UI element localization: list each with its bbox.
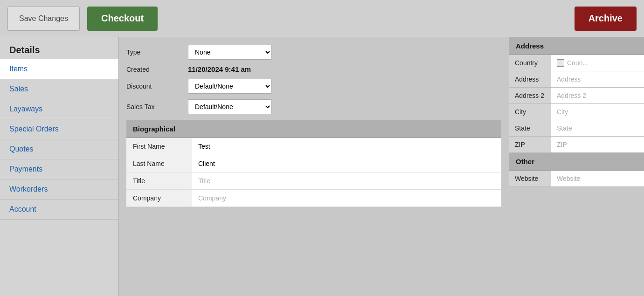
state-label: State — [509, 120, 551, 137]
type-row: Type None Individual Business — [126, 45, 501, 60]
state-row: State State — [509, 120, 644, 137]
website-label: Website — [509, 171, 551, 187]
created-row: Created 11/20/2024 9:41 am — [126, 65, 501, 73]
title-label: Title — [126, 172, 192, 190]
sales-tax-row: Sales Tax Default/None — [126, 99, 501, 114]
title-value[interactable]: Title — [192, 172, 501, 190]
title-row: Title Title — [126, 172, 501, 190]
state-value[interactable]: State — [551, 120, 644, 137]
city-value[interactable]: City — [551, 104, 644, 120]
country-label: Country — [509, 55, 551, 71]
sales-tax-select[interactable]: Default/None — [188, 99, 272, 114]
company-row: Company Company — [126, 190, 501, 207]
city-row: City City — [509, 104, 644, 120]
type-label: Type — [126, 48, 182, 56]
other-table: Website Website — [509, 171, 644, 187]
right-panel: Address Country Coun... Address — [509, 37, 644, 296]
type-select[interactable]: None Individual Business — [188, 45, 272, 60]
sidebar-item-layaways[interactable]: Layaways — [0, 99, 118, 119]
main-layout: Details Items Sales Layaways Special Ord… — [0, 37, 644, 296]
address-label: Address — [509, 71, 551, 88]
sidebar-item-workorders[interactable]: Workorders — [0, 179, 118, 200]
address-value[interactable]: Address — [551, 71, 644, 88]
company-value[interactable]: Company — [192, 190, 501, 207]
sidebar-item-sales[interactable]: Sales — [0, 79, 118, 99]
sidebar: Details Items Sales Layaways Special Ord… — [0, 37, 119, 296]
address2-row: Address 2 Address 2 — [509, 88, 644, 104]
sidebar-item-payments[interactable]: Payments — [0, 159, 118, 179]
zip-label: ZIP — [509, 137, 551, 153]
created-value: 11/20/2024 9:41 am — [188, 65, 251, 73]
created-label: Created — [126, 66, 182, 73]
biographical-header: Biographical — [126, 120, 501, 138]
last-name-row: Last Name Client — [126, 155, 501, 172]
address-row: Address Address — [509, 71, 644, 88]
sidebar-header: Details — [0, 37, 118, 59]
country-cell: Coun... — [557, 59, 638, 67]
country-text: Coun... — [567, 59, 588, 67]
biographical-table: First Name Test Last Name Client Title T… — [126, 138, 501, 207]
archive-button[interactable]: Archive — [575, 7, 637, 31]
checkout-button[interactable]: Checkout — [87, 7, 158, 31]
sidebar-item-special-orders[interactable]: Special Orders — [0, 119, 118, 139]
address-header: Address — [509, 37, 644, 55]
zip-value[interactable]: ZIP — [551, 137, 644, 153]
address2-label: Address 2 — [509, 88, 551, 104]
discount-label: Discount — [126, 83, 182, 90]
sidebar-item-account[interactable]: Account — [0, 200, 118, 220]
company-label: Company — [126, 190, 192, 207]
first-name-label: First Name — [126, 138, 192, 155]
website-value[interactable]: Website — [551, 171, 644, 187]
discount-select[interactable]: Default/None — [188, 79, 272, 94]
sales-tax-label: Sales Tax — [126, 103, 182, 110]
country-row: Country Coun... — [509, 55, 644, 71]
content-area: Type None Individual Business Created 11… — [119, 37, 644, 296]
center-form: Type None Individual Business Created 11… — [119, 37, 509, 296]
first-name-row: First Name Test — [126, 138, 501, 155]
country-checkbox[interactable] — [557, 59, 564, 67]
save-changes-button[interactable]: Save Changes — [7, 7, 80, 31]
city-label: City — [509, 104, 551, 120]
address-table: Country Coun... Address Address — [509, 55, 644, 153]
sidebar-item-items[interactable]: Items — [0, 59, 118, 79]
last-name-value[interactable]: Client — [192, 155, 501, 172]
address2-value[interactable]: Address 2 — [551, 88, 644, 104]
country-value[interactable]: Coun... — [551, 55, 644, 71]
sidebar-item-quotes[interactable]: Quotes — [0, 139, 118, 159]
website-row: Website Website — [509, 171, 644, 187]
toolbar: Save Changes Checkout Archive — [0, 0, 644, 37]
other-header: Other — [509, 153, 644, 171]
last-name-label: Last Name — [126, 155, 192, 172]
first-name-value[interactable]: Test — [192, 138, 501, 155]
zip-row: ZIP ZIP — [509, 137, 644, 153]
discount-row: Discount Default/None — [126, 79, 501, 94]
